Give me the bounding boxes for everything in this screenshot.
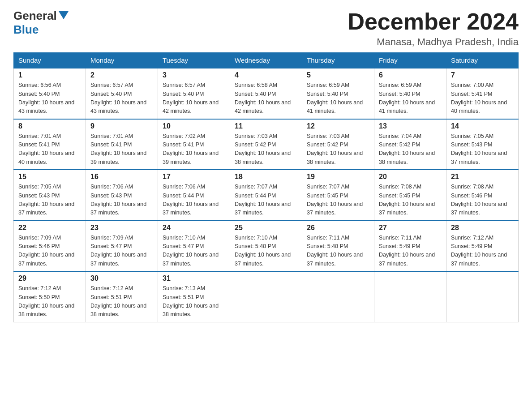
day-info: Sunrise: 7:00 AM Sunset: 5:41 PM Dayligh… (451, 81, 514, 116)
weekday-header-tuesday: Tuesday (158, 53, 230, 68)
day-number: 8 (18, 122, 81, 130)
weekday-header-sunday: Sunday (14, 53, 86, 68)
location-subtitle: Manasa, Madhya Pradesh, India (348, 36, 519, 48)
calendar-week-row: 15 Sunrise: 7:05 AM Sunset: 5:43 PM Dayl… (14, 170, 519, 221)
weekday-header-row: SundayMondayTuesdayWednesdayThursdayFrid… (14, 53, 519, 68)
calendar-day-cell (230, 271, 302, 322)
calendar-day-cell: 9 Sunrise: 7:01 AM Sunset: 5:41 PM Dayli… (86, 119, 158, 170)
calendar-day-cell: 26 Sunrise: 7:11 AM Sunset: 5:48 PM Dayl… (302, 221, 374, 272)
calendar-week-row: 22 Sunrise: 7:09 AM Sunset: 5:46 PM Dayl… (14, 221, 519, 272)
title-area: December 2024 Manasa, Madhya Pradesh, In… (348, 9, 519, 48)
day-number: 24 (163, 224, 225, 232)
day-info: Sunrise: 6:59 AM Sunset: 5:40 PM Dayligh… (307, 81, 369, 116)
day-info: Sunrise: 7:10 AM Sunset: 5:47 PM Dayligh… (163, 234, 225, 269)
calendar-day-cell: 2 Sunrise: 6:57 AM Sunset: 5:40 PM Dayli… (86, 68, 158, 119)
calendar-day-cell: 28 Sunrise: 7:12 AM Sunset: 5:49 PM Dayl… (446, 221, 519, 272)
logo-blue-text: Blue (13, 23, 39, 37)
day-info: Sunrise: 7:11 AM Sunset: 5:49 PM Dayligh… (379, 234, 442, 269)
day-info: Sunrise: 7:05 AM Sunset: 5:43 PM Dayligh… (451, 132, 514, 167)
logo-arrow-icon (59, 11, 69, 21)
calendar-day-cell: 5 Sunrise: 6:59 AM Sunset: 5:40 PM Dayli… (302, 68, 374, 119)
calendar-day-cell: 14 Sunrise: 7:05 AM Sunset: 5:43 PM Dayl… (446, 119, 519, 170)
logo: General Blue (13, 9, 69, 37)
svg-marker-0 (59, 11, 69, 19)
day-number: 22 (18, 224, 81, 232)
day-info: Sunrise: 7:05 AM Sunset: 5:43 PM Dayligh… (18, 183, 81, 218)
calendar-day-cell: 4 Sunrise: 6:58 AM Sunset: 5:40 PM Dayli… (230, 68, 302, 119)
day-info: Sunrise: 7:09 AM Sunset: 5:47 PM Dayligh… (90, 234, 153, 269)
day-number: 18 (235, 173, 297, 181)
calendar-day-cell: 11 Sunrise: 7:03 AM Sunset: 5:42 PM Dayl… (230, 119, 302, 170)
day-info: Sunrise: 7:02 AM Sunset: 5:41 PM Dayligh… (163, 132, 225, 167)
calendar-day-cell: 23 Sunrise: 7:09 AM Sunset: 5:47 PM Dayl… (86, 221, 158, 272)
logo-general-text: General (13, 9, 57, 23)
day-info: Sunrise: 7:03 AM Sunset: 5:42 PM Dayligh… (235, 132, 297, 167)
day-number: 12 (307, 122, 369, 130)
weekday-header-thursday: Thursday (302, 53, 374, 68)
day-number: 25 (235, 224, 297, 232)
calendar-day-cell: 16 Sunrise: 7:06 AM Sunset: 5:43 PM Dayl… (86, 170, 158, 221)
day-info: Sunrise: 7:09 AM Sunset: 5:46 PM Dayligh… (18, 234, 81, 269)
calendar-day-cell: 29 Sunrise: 7:12 AM Sunset: 5:50 PM Dayl… (14, 271, 86, 322)
calendar-day-cell: 21 Sunrise: 7:08 AM Sunset: 5:46 PM Dayl… (446, 170, 519, 221)
calendar-day-cell: 7 Sunrise: 7:00 AM Sunset: 5:41 PM Dayli… (446, 68, 519, 119)
day-number: 16 (90, 173, 153, 181)
calendar-day-cell (374, 271, 446, 322)
day-info: Sunrise: 7:12 AM Sunset: 5:49 PM Dayligh… (451, 234, 514, 269)
day-number: 17 (163, 173, 225, 181)
day-number: 13 (379, 122, 442, 130)
day-number: 4 (235, 71, 297, 79)
day-info: Sunrise: 7:10 AM Sunset: 5:48 PM Dayligh… (235, 234, 297, 269)
day-number: 7 (451, 71, 514, 79)
calendar-day-cell: 15 Sunrise: 7:05 AM Sunset: 5:43 PM Dayl… (14, 170, 86, 221)
weekday-header-saturday: Saturday (446, 53, 519, 68)
day-number: 23 (90, 224, 153, 232)
calendar-week-row: 1 Sunrise: 6:56 AM Sunset: 5:40 PM Dayli… (14, 68, 519, 119)
day-info: Sunrise: 7:08 AM Sunset: 5:46 PM Dayligh… (451, 183, 514, 218)
calendar-day-cell: 13 Sunrise: 7:04 AM Sunset: 5:42 PM Dayl… (374, 119, 446, 170)
day-info: Sunrise: 7:03 AM Sunset: 5:42 PM Dayligh… (307, 132, 369, 167)
weekday-header-wednesday: Wednesday (230, 53, 302, 68)
day-number: 1 (18, 71, 81, 79)
day-info: Sunrise: 7:13 AM Sunset: 5:51 PM Dayligh… (163, 284, 225, 319)
weekday-header-monday: Monday (86, 53, 158, 68)
day-info: Sunrise: 7:06 AM Sunset: 5:44 PM Dayligh… (163, 183, 225, 218)
calendar-day-cell: 25 Sunrise: 7:10 AM Sunset: 5:48 PM Dayl… (230, 221, 302, 272)
day-number: 26 (307, 224, 369, 232)
calendar-day-cell: 30 Sunrise: 7:12 AM Sunset: 5:51 PM Dayl… (86, 271, 158, 322)
day-number: 2 (90, 71, 153, 79)
day-info: Sunrise: 7:08 AM Sunset: 5:45 PM Dayligh… (379, 183, 442, 218)
day-info: Sunrise: 7:04 AM Sunset: 5:42 PM Dayligh… (379, 132, 442, 167)
day-number: 6 (379, 71, 442, 79)
day-number: 3 (163, 71, 225, 79)
day-info: Sunrise: 7:07 AM Sunset: 5:44 PM Dayligh… (235, 183, 297, 218)
calendar-day-cell (446, 271, 519, 322)
day-info: Sunrise: 7:12 AM Sunset: 5:50 PM Dayligh… (18, 284, 81, 319)
day-info: Sunrise: 7:11 AM Sunset: 5:48 PM Dayligh… (307, 234, 369, 269)
calendar-table: SundayMondayTuesdayWednesdayThursdayFrid… (13, 52, 519, 322)
day-info: Sunrise: 6:59 AM Sunset: 5:40 PM Dayligh… (379, 81, 442, 116)
day-number: 31 (163, 274, 225, 283)
day-number: 10 (163, 122, 225, 130)
day-info: Sunrise: 6:57 AM Sunset: 5:40 PM Dayligh… (163, 81, 225, 116)
calendar-day-cell: 27 Sunrise: 7:11 AM Sunset: 5:49 PM Dayl… (374, 221, 446, 272)
calendar-day-cell: 31 Sunrise: 7:13 AM Sunset: 5:51 PM Dayl… (158, 271, 230, 322)
day-number: 27 (379, 224, 442, 232)
calendar-day-cell: 3 Sunrise: 6:57 AM Sunset: 5:40 PM Dayli… (158, 68, 230, 119)
day-number: 20 (379, 173, 442, 181)
day-number: 5 (307, 71, 369, 79)
day-number: 29 (18, 274, 81, 283)
day-info: Sunrise: 7:01 AM Sunset: 5:41 PM Dayligh… (18, 132, 81, 167)
calendar-day-cell: 10 Sunrise: 7:02 AM Sunset: 5:41 PM Dayl… (158, 119, 230, 170)
day-info: Sunrise: 7:07 AM Sunset: 5:45 PM Dayligh… (307, 183, 369, 218)
day-info: Sunrise: 7:06 AM Sunset: 5:43 PM Dayligh… (90, 183, 153, 218)
page-header: General Blue December 2024 Manasa, Madhy… (13, 9, 519, 48)
day-info: Sunrise: 7:01 AM Sunset: 5:41 PM Dayligh… (90, 132, 153, 167)
calendar-day-cell: 18 Sunrise: 7:07 AM Sunset: 5:44 PM Dayl… (230, 170, 302, 221)
day-number: 15 (18, 173, 81, 181)
day-number: 11 (235, 122, 297, 130)
day-number: 28 (451, 224, 514, 232)
day-number: 30 (90, 274, 153, 283)
calendar-day-cell: 12 Sunrise: 7:03 AM Sunset: 5:42 PM Dayl… (302, 119, 374, 170)
day-number: 19 (307, 173, 369, 181)
